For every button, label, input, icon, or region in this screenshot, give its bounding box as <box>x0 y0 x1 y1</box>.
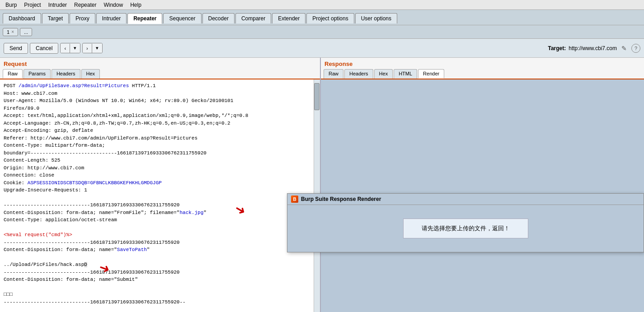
nav-forward-button[interactable]: › <box>83 44 92 53</box>
tab-repeater[interactable]: Repeater <box>127 13 162 24</box>
cancel-button[interactable]: Cancel <box>30 43 58 54</box>
response-tab-render[interactable]: Render <box>418 69 444 79</box>
nav-back-drop-button[interactable]: ▾ <box>70 43 80 53</box>
response-tabs: Raw Headers Hex HTML Render <box>321 69 644 79</box>
tab-project-options[interactable]: Project options <box>306 13 354 23</box>
edit-target-button[interactable]: ✎ <box>620 44 629 53</box>
menu-project[interactable]: Project <box>20 1 44 9</box>
response-title: Response <box>321 58 644 69</box>
menu-window[interactable]: Window <box>100 1 127 9</box>
response-tab-html[interactable]: HTML <box>394 69 417 79</box>
popup-message: 请先选择您要上传的文件，返回！ <box>403 219 528 238</box>
tab-decoder[interactable]: Decoder <box>202 13 235 23</box>
response-panel: Response Raw Headers Hex HTML Render <box>321 58 644 312</box>
repeater-tab-close[interactable]: × <box>11 29 14 34</box>
nav-back-group: ‹ ▾ <box>60 43 80 53</box>
response-tab-headers[interactable]: Headers <box>344 69 373 79</box>
request-tabs: Raw Params Headers Hex <box>0 69 320 79</box>
target-url: http://www.cbi7.com <box>569 45 617 51</box>
menu-burp[interactable]: Burp <box>2 1 20 9</box>
request-panel: Request Raw Params Headers Hex POST /adm… <box>0 58 321 312</box>
tab-intruder[interactable]: Intruder <box>96 13 127 23</box>
menu-repeater[interactable]: Repeater <box>71 1 100 9</box>
main-tab-bar: Dashboard Target Proxy Intruder Repeater… <box>0 10 644 25</box>
menu-help[interactable]: Help <box>127 1 145 9</box>
request-code-wrapper: POST /admin/UpFileSave.asp?Result=Pictur… <box>0 79 320 312</box>
request-code-area[interactable]: POST /admin/UpFileSave.asp?Result=Pictur… <box>0 79 314 312</box>
popup-burp-icon: B <box>291 196 298 203</box>
nav-forward-drop-button[interactable]: ▾ <box>92 43 102 53</box>
repeater-tab-1[interactable]: 1 × <box>3 28 18 36</box>
response-tab-hex[interactable]: Hex <box>374 69 393 79</box>
menu-intruder[interactable]: Intruder <box>45 1 71 9</box>
main-content: Request Raw Params Headers Hex POST /adm… <box>0 58 644 312</box>
repeater-tab-row: 1 × ... <box>0 25 644 39</box>
tab-dashboard[interactable]: Dashboard <box>3 13 41 23</box>
tab-target[interactable]: Target <box>42 13 69 23</box>
tab-comparer[interactable]: Comparer <box>235 13 271 23</box>
request-tab-params[interactable]: Params <box>24 69 51 79</box>
popup-content: 请先选择您要上传的文件，返回！ <box>287 205 644 252</box>
target-label: Target: http://www.cbi7.com ✎ ? <box>548 44 641 53</box>
tab-sequencer[interactable]: Sequencer <box>163 13 201 23</box>
menu-bar: Burp Project Intruder Repeater Window He… <box>0 0 644 10</box>
target-prefix: Target: <box>548 45 566 51</box>
request-title: Request <box>0 58 320 69</box>
request-scrollbar-thumb[interactable] <box>314 83 320 110</box>
tab-proxy[interactable]: Proxy <box>70 13 95 23</box>
request-tab-headers[interactable]: Headers <box>52 69 80 79</box>
request-tab-raw[interactable]: Raw <box>3 69 23 79</box>
tab-user-options[interactable]: User options <box>355 13 397 23</box>
response-renderer-popup: B Burp Suite Response Renderer 请先选择您要上传的… <box>287 193 644 252</box>
nav-back-button[interactable]: ‹ <box>61 44 70 53</box>
request-tab-hex[interactable]: Hex <box>81 69 100 79</box>
response-tab-raw[interactable]: Raw <box>324 69 343 79</box>
help-button[interactable]: ? <box>631 44 640 53</box>
popup-title-text: Burp Suite Response Renderer <box>301 196 381 202</box>
tab-extender[interactable]: Extender <box>272 13 306 23</box>
popup-title-bar: B Burp Suite Response Renderer <box>287 194 644 205</box>
nav-forward-group: › ▾ <box>82 43 103 53</box>
toolbar: Send Cancel ‹ ▾ › ▾ Target: http://www.c… <box>0 39 644 58</box>
repeater-tab-add[interactable]: ... <box>20 28 32 36</box>
send-button[interactable]: Send <box>4 43 28 54</box>
